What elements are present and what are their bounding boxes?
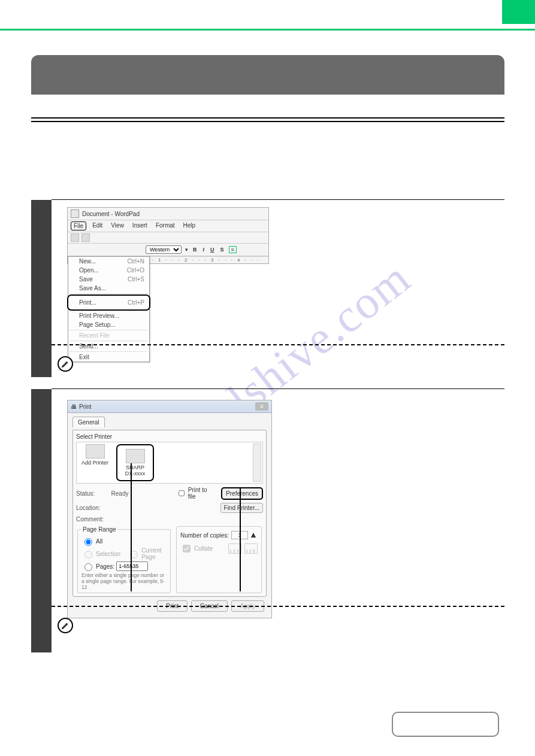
location-label: Location: [76, 505, 106, 511]
font-script-select[interactable]: Western [146, 245, 182, 254]
wordpad-toolbar [68, 232, 268, 244]
wordpad-title: Document - WordPad [82, 211, 140, 217]
section-heading-box [31, 55, 504, 95]
menu-item-save[interactable]: SaveCtrl+S [68, 275, 149, 284]
page-range-group: Page Range All Selection Current Page Pa… [77, 526, 171, 593]
step-2: 🖶 Print X General Select Printer Add Pri… [31, 389, 504, 652]
file-dropdown-menu: New...Ctrl+N Open...Ctrl+O SaveCtrl+S Sa… [68, 256, 150, 362]
close-icon[interactable]: X [255, 402, 268, 411]
menu-item-recent-file: Recent File [68, 331, 149, 340]
print-dialog-titlebar: 🖶 Print X [68, 400, 271, 413]
step-note-divider [52, 606, 504, 607]
menu-item-print-preview[interactable]: Print Preview... [68, 311, 149, 320]
callout-line-preferences [240, 487, 241, 591]
copies-group: Number of copies: 1 ⯅ Collate 1 2 3 1 2 … [176, 526, 262, 593]
pencil-note-icon [58, 356, 73, 372]
step-top-border [52, 199, 504, 200]
printer-list: Add Printer SHARP DX-xxxx [76, 442, 263, 484]
menu-format[interactable]: Format [153, 221, 177, 230]
step-1: Document - WordPad File Edit View Insert… [31, 200, 504, 377]
menu-item-send[interactable]: Send... [68, 342, 149, 351]
wordpad-titlebar: Document - WordPad [68, 208, 268, 220]
menu-view[interactable]: View [108, 221, 126, 230]
printer-icon: 🖶 [71, 403, 77, 410]
tab-general[interactable]: General [72, 417, 105, 427]
find-printer-button[interactable]: Find Printer... [220, 503, 263, 513]
binoculars-icon[interactable] [81, 233, 90, 242]
select-printer-label: Select Printer [76, 433, 263, 440]
callout-line-printer [131, 463, 132, 591]
page-range-note: Enter either a single page number or a s… [81, 572, 167, 590]
printer-list-scrollbar[interactable] [253, 444, 261, 482]
menu-insert[interactable]: Insert [130, 221, 150, 230]
paste-icon[interactable] [71, 233, 79, 242]
document-icon [71, 210, 79, 218]
strike-button[interactable]: S [219, 247, 225, 253]
add-printer-icon [86, 444, 105, 459]
page-top-rule [0, 29, 535, 31]
print-dialog-screenshot: 🖶 Print X General Select Printer Add Pri… [67, 400, 272, 618]
page-range-legend: Page Range [81, 526, 117, 533]
align-icon[interactable]: ≡ [229, 246, 237, 253]
section-heading-rule [31, 117, 504, 122]
radio-current-page[interactable]: Current Page [127, 547, 167, 560]
menu-item-save-as[interactable]: Save As... [68, 284, 149, 293]
wordpad-format-toolbar: Western ▾ B I U S ≡ [68, 244, 268, 256]
step-number-bar [31, 389, 52, 652]
status-value: Ready [111, 490, 146, 497]
comment-label: Comment: [76, 516, 106, 523]
menu-help[interactable]: Help [181, 221, 198, 230]
underline-button[interactable]: U [209, 247, 216, 253]
step-top-border [52, 388, 504, 389]
page-accent [502, 0, 535, 24]
menu-item-exit[interactable]: Exit [68, 353, 149, 362]
collate-label: Collate [194, 545, 213, 552]
wordpad-ruler: · · 1 · · · 2 · · · 3 · · · 4 · · · [146, 256, 268, 263]
radio-pages[interactable]: Pages: [81, 561, 167, 571]
sharp-printer-item[interactable]: SHARP DX-xxxx [116, 444, 154, 481]
add-printer-item[interactable]: Add Printer [78, 444, 111, 466]
radio-all[interactable]: All [81, 536, 167, 546]
step-number-bar [31, 200, 52, 377]
sharp-printer-icon [126, 449, 145, 463]
wordpad-screenshot: Document - WordPad File Edit View Insert… [67, 207, 269, 264]
print-to-file-checkbox[interactable]: Print to file [176, 487, 215, 500]
print-dialog-title: Print [79, 403, 92, 410]
spinner-icon[interactable]: ⯅ [250, 532, 256, 539]
pencil-note-icon [58, 618, 73, 633]
collate-icons: 1 2 3 1 2 3 [228, 544, 258, 554]
menu-item-page-setup[interactable]: Page Setup... [68, 320, 149, 329]
menu-file[interactable]: File [71, 221, 86, 230]
collate-checkbox[interactable] [183, 545, 191, 552]
menu-item-open[interactable]: Open...Ctrl+O [68, 266, 149, 275]
menu-edit[interactable]: Edit [90, 221, 105, 230]
wordpad-menubar: File Edit View Insert Format Help [68, 220, 268, 232]
menu-item-new[interactable]: New...Ctrl+N [68, 257, 149, 266]
bold-button[interactable]: B [192, 247, 198, 253]
status-label: Status: [76, 490, 105, 497]
contents-button[interactable] [392, 712, 499, 737]
num-copies-label: Number of copies: [180, 532, 229, 539]
pages-input[interactable] [116, 561, 148, 571]
menu-item-print[interactable]: Print...Ctrl+P [67, 294, 150, 311]
step-note-divider [52, 344, 504, 345]
radio-selection[interactable]: Selection [81, 549, 120, 558]
preferences-button[interactable]: Preferences [221, 487, 263, 500]
italic-button[interactable]: I [202, 247, 206, 253]
